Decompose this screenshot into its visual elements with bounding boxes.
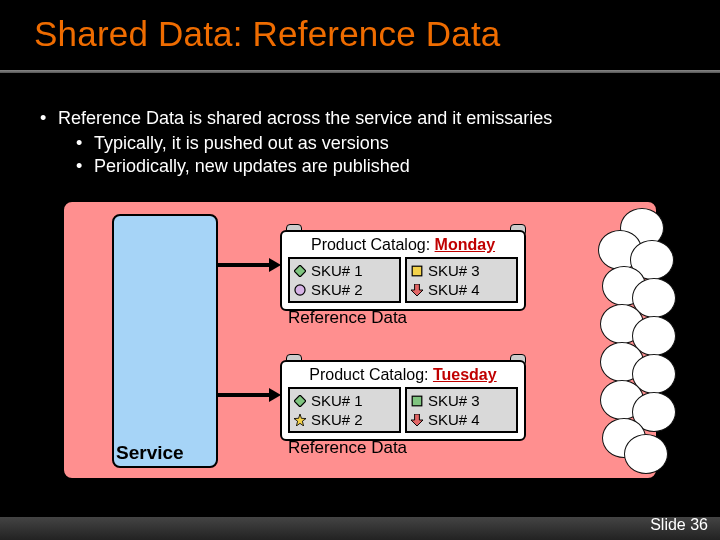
service-label: Service: [116, 442, 184, 464]
sku-column: SKU# 3 SKU# 4: [405, 387, 518, 433]
sku-label: SKU# 1: [311, 262, 363, 279]
bullet-list: •Reference Data is shared across the ser…: [40, 108, 690, 177]
svg-marker-3: [294, 395, 306, 407]
sku-column: SKU# 3 SKU# 4: [405, 257, 518, 303]
square-icon: [411, 265, 423, 277]
reference-data-label: Reference Data: [288, 438, 407, 458]
circle-icon: [294, 284, 306, 296]
catalog-day: Tuesday: [433, 366, 497, 383]
sku-grid: SKU# 1 SKU# 2 SKU# 3 SKU# 4: [288, 257, 518, 303]
catalog-tuesday: Product Catalog: Tuesday SKU# 1 SKU# 2 S…: [280, 360, 526, 441]
sku-row: SKU# 3: [411, 391, 512, 410]
catalog-day: Monday: [435, 236, 495, 253]
slide-title: Shared Data: Reference Data: [0, 0, 720, 54]
square-icon: [411, 395, 423, 407]
sku-row: SKU# 1: [294, 391, 395, 410]
svg-rect-5: [412, 396, 422, 406]
sku-column: SKU# 1 SKU# 2: [288, 387, 401, 433]
sku-grid: SKU# 1 SKU# 2 SKU# 3 SKU# 4: [288, 387, 518, 433]
diamond-icon: [294, 265, 306, 277]
svg-marker-0: [294, 265, 306, 277]
sku-row: SKU# 4: [411, 410, 512, 429]
sku-row: SKU# 1: [294, 261, 395, 280]
catalog-title-prefix: Product Catalog:: [309, 366, 433, 383]
arrow-down-icon: [411, 284, 423, 296]
reference-data-label: Reference Data: [288, 308, 407, 328]
title-divider: [0, 70, 720, 73]
footer-bar: [0, 517, 720, 540]
sku-label: SKU# 2: [311, 411, 363, 428]
cloud-icon: [588, 212, 678, 470]
bullet-level2: •Typically, it is pushed out as versions: [40, 133, 690, 154]
sku-row: SKU# 2: [294, 280, 395, 299]
catalog-title-prefix: Product Catalog:: [311, 236, 435, 253]
diagram-panel: Service Product Catalog: Monday SKU# 1 S…: [62, 200, 658, 480]
sku-label: SKU# 4: [428, 281, 480, 298]
sku-column: SKU# 1 SKU# 2: [288, 257, 401, 303]
sku-label: SKU# 1: [311, 392, 363, 409]
sku-row: SKU# 4: [411, 280, 512, 299]
slide-number: Slide 36: [650, 516, 708, 534]
bullet-text: Periodically, new updates are published: [94, 156, 410, 176]
arrow-down-icon: [411, 414, 423, 426]
svg-marker-4: [294, 414, 306, 426]
bullet-text: Typically, it is pushed out as versions: [94, 133, 389, 153]
slide: Shared Data: Reference Data •Reference D…: [0, 0, 720, 540]
svg-rect-2: [412, 266, 422, 276]
bullet-text: Reference Data is shared across the serv…: [58, 108, 552, 128]
bullet-level2: •Periodically, new updates are published: [40, 156, 690, 177]
sku-label: SKU# 3: [428, 392, 480, 409]
catalog-title: Product Catalog: Monday: [288, 236, 518, 254]
arrow-icon: [217, 260, 281, 270]
bullet-level1: •Reference Data is shared across the ser…: [40, 108, 690, 129]
sku-label: SKU# 2: [311, 281, 363, 298]
diamond-icon: [294, 395, 306, 407]
service-box: [112, 214, 218, 468]
sku-row: SKU# 3: [411, 261, 512, 280]
arrow-icon: [217, 390, 281, 400]
catalog-monday: Product Catalog: Monday SKU# 1 SKU# 2 SK…: [280, 230, 526, 311]
sku-label: SKU# 3: [428, 262, 480, 279]
svg-point-1: [295, 284, 305, 294]
catalog-title: Product Catalog: Tuesday: [288, 366, 518, 384]
star-icon: [294, 414, 306, 426]
sku-label: SKU# 4: [428, 411, 480, 428]
sku-row: SKU# 2: [294, 410, 395, 429]
